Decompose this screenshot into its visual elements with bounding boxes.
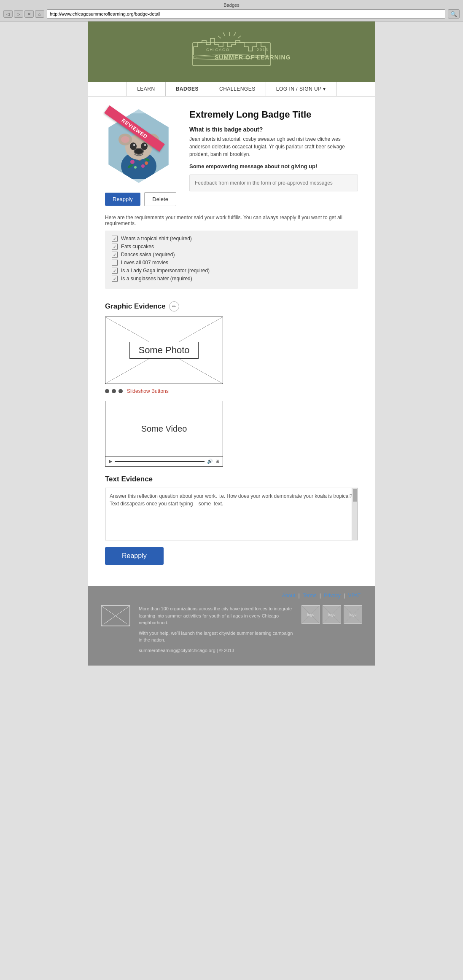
site-nav: LEARN BADGES CHALLENGES LOG IN / SIGN UP… (88, 82, 375, 97)
footer-links: About | Terms | Privacy | VPAT (101, 593, 362, 599)
svg-line-2 (223, 32, 225, 36)
scrollbar-thumb[interactable] (353, 489, 357, 502)
nav-challenges[interactable]: CHALLENGES (209, 82, 266, 96)
req-checkbox-3[interactable] (112, 260, 118, 266)
nav-login[interactable]: LOG IN / SIGN UP ▾ (266, 82, 336, 96)
footer-privacy-link[interactable]: Privacy (324, 593, 340, 599)
req-checkbox-5[interactable]: ✓ (112, 276, 118, 282)
video-progress-bar[interactable] (115, 461, 205, 462)
badge-left-col: REVIEWED (105, 109, 177, 206)
about-heading: What is this badge about? (189, 126, 358, 133)
partner-logo-0: logo (301, 605, 320, 624)
dot-3[interactable] (118, 389, 123, 393)
site-footer: About | Terms | Privacy | VPAT More than… (88, 586, 375, 666)
footer-terms-link[interactable]: Terms (303, 593, 317, 599)
req-label-2: Dances salsa (required) (121, 252, 175, 258)
footer-vpat-link[interactable]: VPAT (348, 593, 361, 599)
site-header: CHICAGO SUMMER OF LEARNING 2013 (88, 21, 375, 82)
footer-logos: logo logo logo (301, 605, 362, 624)
back-button[interactable]: ◁ (3, 10, 13, 18)
text-evidence-section: Text Evidence Reapply (105, 475, 358, 565)
reapply-button-top[interactable]: Reapply (105, 193, 140, 206)
video-placeholder: Some Video ▶ 🔊 ⊞ (105, 401, 223, 467)
requirements-intro: Here are the requirements your mentor sa… (105, 215, 358, 226)
badge-buttons: Reapply Delete (105, 192, 177, 206)
req-checkbox-0[interactable]: ✓ (112, 236, 118, 242)
graphic-evidence-title-row: Graphic Evidence ✏ (105, 301, 358, 311)
graphic-evidence-section: Graphic Evidence ✏ Some Photo Slideshow … (105, 301, 358, 467)
req-label-3: Loves all 007 movies (121, 260, 168, 266)
evidence-textarea[interactable] (105, 488, 358, 539)
footer-email: summeroflearning@cityofchicago.org | © 2… (139, 647, 293, 654)
partner-logo-1: logo (323, 605, 341, 624)
textarea-container (105, 488, 358, 540)
home-button[interactable]: ⌂ (35, 10, 44, 18)
req-item-4: ✓ Is a Lady Gaga impersonator (required) (112, 268, 351, 274)
text-evidence-title: Text Evidence (105, 475, 358, 483)
graphic-evidence-title: Graphic Evidence (105, 302, 166, 311)
req-label-4: Is a Lady Gaga impersonator (required) (121, 268, 210, 274)
footer-text-2: With your help, we'll launch the largest… (139, 630, 293, 644)
dot-1[interactable] (105, 389, 109, 393)
nav-learn[interactable]: LEARN (127, 82, 166, 96)
badge-description: Jean shorts id sartorial, cosby sweater … (189, 135, 358, 158)
requirements-list: ✓ Wears a tropical shirt (required) ✓ Ea… (105, 231, 358, 289)
page-wrapper: CHICAGO SUMMER OF LEARNING 2013 LEARN BA… (88, 21, 375, 666)
search-button[interactable]: 🔍 (448, 9, 460, 19)
logo-svg: CHICAGO SUMMER OF LEARNING 2013 (168, 30, 295, 72)
req-label-5: Is a sunglasses hater (required) (121, 276, 192, 282)
svg-point-21 (121, 136, 129, 143)
req-item-5: ✓ Is a sunglasses hater (required) (112, 276, 351, 282)
photo-label: Some Photo (129, 342, 198, 359)
svg-point-14 (134, 166, 137, 169)
scrollbar[interactable] (352, 488, 358, 540)
badge-section: REVIEWED (105, 109, 358, 206)
req-checkbox-1[interactable]: ✓ (112, 244, 118, 250)
requirements-section: Here are the requirements your mentor sa… (105, 215, 358, 293)
req-checkbox-2[interactable]: ✓ (112, 252, 118, 258)
site-logo: CHICAGO SUMMER OF LEARNING 2013 (168, 30, 295, 73)
req-label-1: Eats cupcakes (121, 244, 154, 250)
svg-line-4 (218, 36, 221, 38)
fullscreen-icon[interactable]: ⊞ (215, 459, 219, 464)
empowering-message: Some empowering message about not giving… (189, 163, 358, 169)
close-button[interactable]: ✕ (24, 10, 34, 18)
footer-about-link[interactable]: About (282, 593, 295, 599)
svg-text:2013: 2013 (257, 48, 269, 52)
edit-icon-button[interactable]: ✏ (169, 301, 179, 311)
svg-point-11 (130, 160, 135, 164)
footer-content: More than 100 organizations across the c… (101, 605, 362, 657)
nav-buttons: ◁ ▷ ✕ ⌂ (3, 10, 44, 18)
svg-point-13 (145, 161, 148, 165)
badge-title: Extremely Long Badge Title (189, 109, 358, 120)
req-label-0: Wears a tropical shirt (required) (121, 236, 192, 242)
req-item-1: ✓ Eats cupcakes (112, 244, 351, 250)
footer-mail-icon (101, 605, 130, 626)
browser-chrome: Badges ◁ ▷ ✕ ⌂ 🔍 (0, 0, 463, 21)
photo-placeholder: Some Photo (105, 317, 223, 384)
volume-icon[interactable]: 🔊 (207, 459, 213, 464)
footer-text-col: More than 100 organizations across the c… (139, 605, 293, 657)
svg-line-1 (234, 32, 236, 36)
reapply-button-bottom[interactable]: Reapply (105, 547, 164, 565)
req-item-0: ✓ Wears a tropical shirt (required) (112, 236, 351, 242)
svg-text:SUMMER OF LEARNING: SUMMER OF LEARNING (215, 54, 291, 61)
video-controls: ▶ 🔊 ⊞ (105, 456, 223, 466)
partner-logo-2: logo (344, 605, 362, 624)
badge-image-container: REVIEWED (105, 109, 177, 187)
feedback-box: Feedback from mentor in the form of pre-… (189, 175, 358, 191)
badge-right-col: Extremely Long Badge Title What is this … (189, 109, 358, 206)
address-bar[interactable] (47, 9, 445, 19)
svg-point-28 (135, 149, 143, 154)
play-icon[interactable]: ▶ (109, 459, 112, 464)
dot-2[interactable] (112, 389, 116, 393)
slideshow-controls: Slideshow Buttons (105, 388, 358, 394)
req-checkbox-4[interactable]: ✓ (112, 268, 118, 274)
svg-point-25 (133, 144, 135, 146)
browser-toolbar: ◁ ▷ ✕ ⌂ 🔍 (3, 9, 460, 21)
svg-point-26 (144, 144, 146, 146)
delete-button[interactable]: Delete (144, 192, 176, 206)
nav-badges[interactable]: BADGES (166, 82, 209, 96)
req-item-2: ✓ Dances salsa (required) (112, 252, 351, 258)
forward-button[interactable]: ▷ (14, 10, 23, 18)
